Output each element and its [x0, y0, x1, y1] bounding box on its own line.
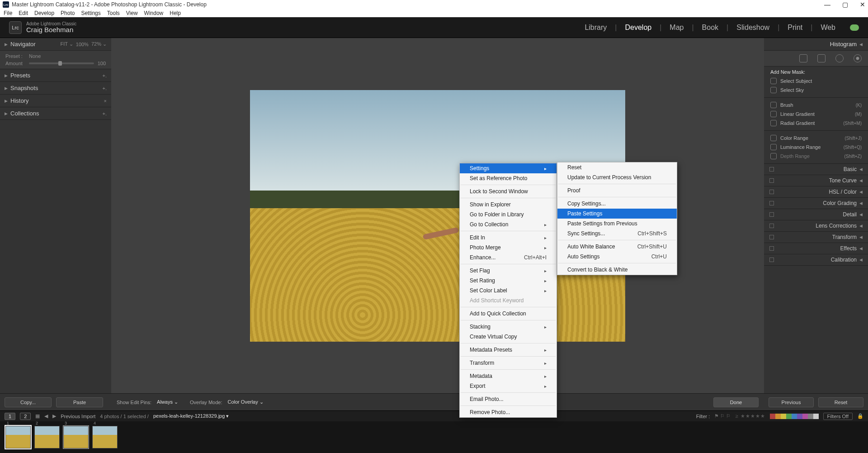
color-swatch[interactable]	[797, 414, 802, 419]
color-swatch[interactable]	[775, 414, 781, 419]
color-swatch[interactable]	[808, 414, 813, 419]
color-swatch[interactable]	[781, 414, 786, 419]
menu-item[interactable]: Copy Settings...	[557, 199, 677, 209]
heal-icon[interactable]	[817, 54, 826, 62]
menu-item[interactable]: Add to Quick Collection	[460, 309, 557, 319]
color-swatch[interactable]	[792, 414, 797, 419]
detail-panel[interactable]: Detail◀	[764, 209, 868, 220]
secondary-display-2[interactable]: 2	[20, 413, 31, 420]
transform-panel[interactable]: Transform◀	[764, 232, 868, 243]
thumbnail-2[interactable]: 2	[34, 426, 60, 448]
module-develop[interactable]: Develop	[625, 24, 651, 32]
module-slideshow[interactable]: Slideshow	[736, 24, 769, 32]
toggle-icon[interactable]	[769, 190, 774, 194]
menu-window[interactable]: Window	[144, 10, 164, 16]
previous-button[interactable]: Previous	[769, 397, 814, 407]
menu-photo[interactable]: Photo	[61, 10, 75, 16]
menu-item[interactable]: Email Photo...	[460, 394, 557, 404]
luminance-range-tool[interactable]: Luminance Range(Shift+Q)	[770, 143, 862, 152]
menu-item[interactable]: Set Flag	[460, 266, 557, 276]
toggle-icon[interactable]	[769, 224, 774, 228]
redeye-icon[interactable]	[835, 54, 844, 62]
add-collection-icon[interactable]: +.	[103, 111, 107, 116]
module-map[interactable]: Map	[670, 24, 684, 32]
close-button[interactable]: ✕	[860, 1, 865, 8]
menu-item[interactable]: Edit In	[460, 233, 557, 243]
hsl-panel[interactable]: HSL / Color◀	[764, 186, 868, 198]
toggle-icon[interactable]	[769, 212, 774, 217]
snapshots-section[interactable]: ▶ Snapshots +.	[0, 82, 111, 95]
presets-section[interactable]: ▶ Presets +.	[0, 69, 111, 82]
menu-item[interactable]: Stacking	[460, 322, 557, 332]
thumbnail-4[interactable]: 4	[92, 426, 118, 448]
module-print[interactable]: Print	[788, 24, 802, 32]
mask-select-subject[interactable]: Select Subject	[770, 76, 862, 86]
menu-tools[interactable]: Tools	[107, 10, 120, 16]
menu-item[interactable]: Photo Merge	[460, 243, 557, 253]
nav-forward-icon[interactable]: ▶	[52, 413, 56, 419]
toggle-icon[interactable]	[769, 246, 774, 251]
calibration-panel[interactable]: Calibration◀	[764, 254, 868, 266]
menu-settings[interactable]: Settings	[81, 10, 100, 16]
crop-icon[interactable]	[799, 54, 807, 62]
menu-develop[interactable]: Develop	[34, 10, 54, 16]
toggle-icon[interactable]	[769, 178, 774, 183]
menu-item[interactable]: Create Virtual Copy	[460, 332, 557, 342]
menu-item[interactable]: Go to Collection	[460, 219, 557, 229]
mask-select-sky[interactable]: Select Sky	[770, 86, 862, 95]
reset-button[interactable]: Reset	[818, 397, 863, 407]
zoom-72[interactable]: 72% ⌄	[91, 41, 107, 47]
menu-item[interactable]: Export	[460, 381, 557, 391]
add-snapshot-icon[interactable]: +.	[103, 86, 107, 91]
menu-item[interactable]: Go to Folder in Library	[460, 210, 557, 219]
tone-curve-panel[interactable]: Tone Curve◀	[764, 175, 868, 186]
filter-lock-icon[interactable]: 🔒	[857, 413, 863, 419]
maximize-button[interactable]: ▢	[842, 1, 848, 8]
menu-item[interactable]: Set as Reference Photo	[460, 173, 557, 183]
copy-button[interactable]: Copy...	[5, 397, 52, 407]
menu-item[interactable]: Reset	[557, 162, 677, 172]
menu-item[interactable]: Set Color Label	[460, 286, 557, 296]
color-range-tool[interactable]: Color Range(Shift+J)	[770, 134, 862, 143]
collections-section[interactable]: ▶ Collections +.	[0, 107, 111, 120]
menu-item[interactable]: Convert to Black & White	[557, 265, 677, 275]
color-filter[interactable]	[770, 414, 819, 419]
done-button[interactable]: Done	[713, 397, 759, 407]
lens-corrections-panel[interactable]: Lens Corrections◀	[764, 220, 868, 232]
basic-panel[interactable]: Basic◀	[764, 164, 868, 175]
menu-item[interactable]: Metadata Presets	[460, 345, 557, 355]
filters-off-button[interactable]: Filters Off	[823, 413, 853, 420]
add-preset-icon[interactable]: +.	[103, 73, 107, 78]
toggle-icon[interactable]	[769, 257, 774, 262]
rating-filter[interactable]: ≥ ★★★★★	[735, 413, 765, 419]
nav-back-icon[interactable]: ◀	[44, 413, 48, 419]
menu-item[interactable]: Auto White BalanceCtrl+Shift+U	[557, 242, 677, 252]
thumbnail-1[interactable]: 1	[5, 426, 31, 448]
effects-panel[interactable]: Effects◀	[764, 243, 868, 254]
thumbnail-3[interactable]: 3	[63, 426, 89, 448]
module-web[interactable]: Web	[821, 24, 835, 32]
radial-gradient-tool[interactable]: Radial Gradient(Shift+M)	[770, 119, 862, 128]
module-library[interactable]: Library	[585, 24, 607, 32]
secondary-display-1[interactable]: 1	[5, 413, 15, 420]
grid-view-icon[interactable]: ▦	[35, 413, 40, 419]
menu-item[interactable]: Set Rating	[460, 276, 557, 286]
color-grading-panel[interactable]: Color Grading◀	[764, 198, 868, 209]
paste-button[interactable]: Paste	[56, 397, 103, 407]
menu-view[interactable]: View	[126, 10, 138, 16]
color-swatch[interactable]	[786, 414, 792, 419]
toggle-icon[interactable]	[769, 201, 774, 205]
menu-item[interactable]: Transform	[460, 358, 557, 368]
linear-gradient-tool[interactable]: Linear Gradient(M)	[770, 110, 862, 119]
menu-item[interactable]: Remove Photo...	[460, 407, 557, 417]
depth-range-tool[interactable]: Depth Range(Shift+Z)	[770, 152, 862, 161]
brush-tool[interactable]: Brush(K)	[770, 100, 862, 110]
menu-item[interactable]: Settings	[460, 163, 557, 173]
color-swatch[interactable]	[802, 414, 808, 419]
menu-item[interactable]: Enhance...Ctrl+Alt+I	[460, 253, 557, 262]
histogram-header[interactable]: Histogram ◀	[764, 38, 868, 51]
toggle-icon[interactable]	[769, 167, 774, 172]
history-section[interactable]: ▶ History ×	[0, 95, 111, 107]
image-canvas[interactable]: SettingsSet as Reference PhotoLock to Se…	[111, 38, 764, 393]
module-book[interactable]: Book	[702, 24, 718, 32]
